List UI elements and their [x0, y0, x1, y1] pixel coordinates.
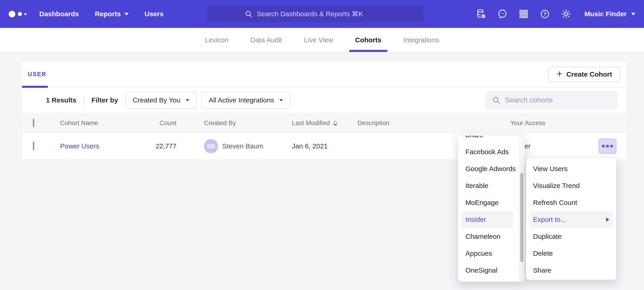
menu-item-share[interactable]: Share	[526, 262, 616, 279]
nav-item-dashboards[interactable]: Dashboards	[39, 10, 79, 18]
submenu-item-appcues[interactable]: Appcues	[458, 245, 519, 262]
menu-item-duplicate[interactable]: Duplicate	[526, 228, 616, 245]
column-count[interactable]: Count	[126, 119, 176, 127]
row-actions-button[interactable]	[598, 138, 616, 154]
chevron-down-icon	[280, 99, 283, 101]
logo-dot-small	[24, 13, 26, 15]
menu-item-refresh-count[interactable]: Refresh Count	[526, 194, 616, 211]
results-count: 1 Results	[46, 96, 76, 104]
settings-gear-icon[interactable]	[561, 9, 572, 19]
data-management-icon[interactable]	[476, 9, 486, 19]
created-by-cell: SB Steven Baum	[204, 139, 263, 153]
nav-item-users[interactable]: Users	[144, 10, 164, 18]
menu-item-export-to-label: Export to...	[533, 216, 566, 223]
tab-user-cohorts[interactable]: USER	[22, 61, 48, 87]
submenu-item-insider[interactable]: Insider	[461, 211, 514, 228]
column-your-access[interactable]: Your Access	[510, 119, 545, 127]
submenu-scrollbar-track	[519, 136, 524, 281]
search-icon	[492, 96, 500, 104]
column-last-modified-label: Last Modified	[292, 119, 330, 127]
nav-links: Dashboards Reports Users	[39, 10, 164, 18]
export-to-submenu: Braze Facebook Ads Google Adwords Iterab…	[458, 135, 525, 282]
svg-text:?: ?	[544, 11, 546, 17]
submenu-scrollbar-thumb[interactable]	[520, 173, 524, 262]
project-name: Music Finder	[584, 10, 627, 18]
export-to-list: Braze Facebook Ads Google Adwords Iterab…	[458, 135, 524, 279]
column-description[interactable]: Description	[358, 119, 389, 127]
logo-dot-large	[9, 11, 15, 17]
divider	[84, 95, 84, 105]
cohorts-page: Dashboards Reports Users	[0, 0, 644, 290]
submenu-arrow-icon	[606, 217, 609, 222]
cohort-count: 22,777	[126, 142, 176, 150]
integrations-filter-dropdown[interactable]: All Active Integrations	[202, 92, 291, 109]
table-row: Power Users 22,777 SB Steven Baum Jan 6,…	[22, 133, 627, 159]
tab-cohorts[interactable]: Cohorts	[355, 28, 382, 52]
menu-item-export-to[interactable]: Export to...	[529, 211, 613, 228]
nav-item-label: Dashboards	[39, 10, 79, 18]
last-modified-cell: Jan 6, 2021	[292, 142, 328, 150]
help-icon[interactable]: ?	[540, 9, 550, 19]
chevron-down-icon	[631, 13, 635, 15]
cohort-search-bar[interactable]	[486, 91, 618, 109]
ellipsis-dot	[610, 145, 613, 148]
menu-item-view-users[interactable]: View Users	[526, 160, 616, 177]
project-switcher[interactable]: Music Finder	[584, 10, 635, 18]
created-by-filter-value: Created By You	[133, 96, 180, 104]
search-icon	[244, 10, 253, 18]
chevron-down-icon	[124, 13, 128, 15]
cohorts-card: USER + Create Cohort 1 Results Filter by…	[22, 61, 627, 159]
column-last-modified[interactable]: Last Modified	[292, 119, 338, 127]
submenu-item-onesignal[interactable]: OneSignal	[458, 262, 519, 279]
nav-item-label: Reports	[95, 10, 120, 18]
submenu-item-google-adwords[interactable]: Google Adwords	[458, 160, 519, 177]
nav-item-label: Users	[144, 10, 164, 18]
top-navbar: Dashboards Reports Users	[0, 0, 644, 28]
submenu-item-chameleon[interactable]: Chameleon	[458, 228, 519, 245]
logo-dot-medium	[18, 12, 22, 16]
create-cohort-button[interactable]: + Create Cohort	[548, 67, 620, 82]
column-created-by[interactable]: Created By	[204, 119, 236, 127]
filter-by-label: Filter by	[91, 96, 118, 104]
submenu-item-iterable[interactable]: Iterable	[458, 177, 519, 194]
ellipsis-dot	[606, 145, 609, 148]
tab-integrations[interactable]: Integrations	[403, 28, 439, 52]
sort-icon[interactable]	[333, 120, 338, 126]
select-all-checkbox[interactable]	[33, 119, 34, 127]
tab-lexicon[interactable]: Lexicon	[205, 28, 228, 52]
submenu-item-braze[interactable]: Braze	[458, 135, 519, 143]
cohort-name-link[interactable]: Power Users	[60, 142, 99, 150]
ellipsis-dot	[602, 145, 605, 148]
cohort-search-input[interactable]	[505, 96, 611, 104]
navbar-right-icons: ? Music Finder	[476, 9, 635, 19]
tab-user-label: USER	[28, 71, 46, 78]
tab-live-view[interactable]: Live View	[304, 28, 333, 52]
apps-grid-icon[interactable]	[518, 9, 529, 19]
menu-item-visualize-trend[interactable]: Visualize Trend	[526, 177, 616, 194]
column-cohort-name[interactable]: Cohort Name	[60, 119, 98, 127]
cohort-type-tabs: USER + Create Cohort	[22, 61, 627, 87]
created-by-filter-dropdown[interactable]: Created By You	[125, 92, 197, 109]
mixpanel-logo[interactable]	[9, 11, 26, 17]
tab-data-audit[interactable]: Data Audit	[250, 28, 282, 52]
table-header: Cohort Name Count Created By Last Modifi…	[22, 113, 627, 133]
data-management-tabbar: Lexicon Data Audit Live View Cohorts Int…	[0, 28, 644, 52]
menu-item-delete[interactable]: Delete	[526, 245, 616, 262]
global-search-input[interactable]	[257, 10, 386, 18]
integrations-filter-value: All Active Integrations	[209, 96, 274, 104]
chevron-down-icon	[186, 99, 189, 101]
row-context-menu: View Users Visualize Trend Refresh Count…	[526, 158, 616, 280]
submenu-item-facebook-ads[interactable]: Facebook Ads	[458, 143, 519, 160]
global-search-bar[interactable]	[207, 6, 424, 22]
feedback-icon[interactable]	[497, 9, 508, 19]
submenu-item-moengage[interactable]: MoEngage	[458, 194, 519, 211]
created-by-name: Steven Baum	[222, 142, 263, 150]
avatar: SB	[204, 139, 218, 153]
nav-item-reports[interactable]: Reports	[95, 10, 128, 18]
create-cohort-label: Create Cohort	[566, 70, 612, 78]
filter-row: 1 Results Filter by Created By You All A…	[22, 87, 627, 113]
row-checkbox[interactable]	[33, 141, 34, 151]
